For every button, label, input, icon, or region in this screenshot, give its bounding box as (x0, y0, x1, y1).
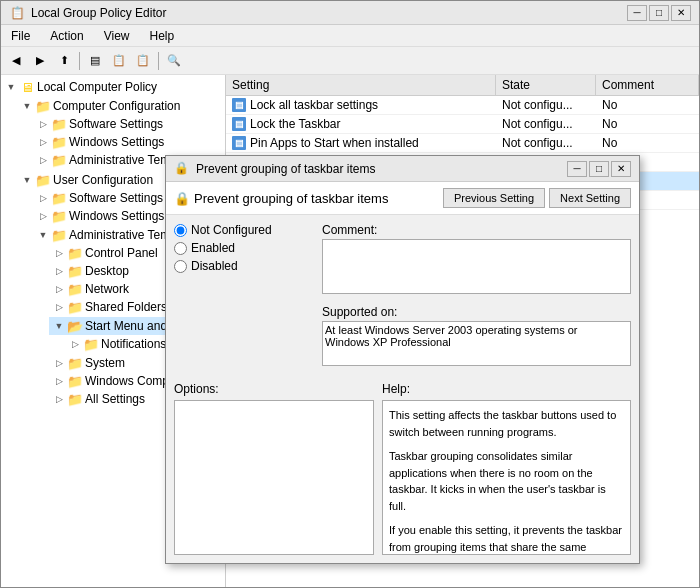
tree-label-network: Network (85, 282, 129, 296)
tree-row-windows-settings-cc[interactable]: ▷ 📁 Windows Settings (33, 133, 225, 151)
radio-disabled-input[interactable] (174, 260, 187, 273)
expand-wc[interactable]: ▷ (51, 373, 67, 389)
radio-not-configured[interactable]: Not Configured (174, 223, 314, 237)
radio-disabled[interactable]: Disabled (174, 259, 314, 273)
folder-icon-at-cc: 📁 (51, 152, 67, 168)
expand-network[interactable]: ▷ (51, 281, 67, 297)
title-bar-buttons: ─ □ ✕ (627, 5, 691, 21)
next-setting-button[interactable]: Next Setting (549, 188, 631, 208)
supported-on-label: Supported on: (322, 305, 631, 319)
tree-label-ws-cc: Windows Settings (69, 135, 164, 149)
options-label: Options: (174, 382, 374, 396)
state-cell-2: Not configu... (496, 134, 596, 152)
close-button[interactable]: ✕ (671, 5, 691, 21)
folder-icon-ws-uc: 📁 (51, 208, 67, 224)
table-row[interactable]: ▤ Lock the Taskbar Not configu... No (226, 115, 699, 134)
expand-start-menu[interactable]: ▼ (51, 318, 67, 334)
forward-button[interactable]: ▶ (29, 50, 51, 72)
tree-label-user-config: User Configuration (53, 173, 153, 187)
expand-sw-uc[interactable]: ▷ (35, 190, 51, 206)
col-header-setting[interactable]: Setting (226, 75, 496, 95)
expand-shared[interactable]: ▷ (51, 299, 67, 315)
tree-label-ws-uc: Windows Settings (69, 209, 164, 223)
toolbar-btn-3[interactable]: 📋 (132, 50, 154, 72)
maximize-button[interactable]: □ (649, 5, 669, 21)
toolbar: ◀ ▶ ⬆ ▤ 📋 📋 🔍 (1, 47, 699, 75)
folder-icon-root: 🖥 (19, 79, 35, 95)
setting-name-0: Lock all taskbar settings (250, 98, 378, 112)
folder-icon-at-uc: 📁 (51, 227, 67, 243)
dialog: 🔒 Prevent grouping of taskbar items ─ □ … (165, 155, 640, 564)
folder-icon-computer-config: 📁 (35, 98, 51, 114)
col-header-state[interactable]: State (496, 75, 596, 95)
radio-group: Not Configured Enabled Disabled (174, 223, 314, 273)
setting-cell: ▤ Pin Apps to Start when installed (226, 134, 496, 152)
expand-root[interactable]: ▼ (3, 79, 19, 95)
folder-icon-system: 📁 (67, 355, 83, 371)
menu-view[interactable]: View (98, 28, 136, 44)
expand-ws-uc[interactable]: ▷ (35, 208, 51, 224)
dialog-bottom: Options: Help: This setting affects the … (166, 382, 639, 563)
expand-user-config[interactable]: ▼ (19, 172, 35, 188)
dialog-header-title: 🔒 Prevent grouping of taskbar items (174, 191, 388, 206)
dialog-header-title-text: Prevent grouping of taskbar items (194, 191, 388, 206)
tree-row-software-settings-cc[interactable]: ▷ 📁 Software Settings (33, 115, 225, 133)
tree-label-computer-config: Computer Configuration (53, 99, 180, 113)
expand-system[interactable]: ▷ (51, 355, 67, 371)
dialog-maximize-button[interactable]: □ (589, 161, 609, 177)
expand-all[interactable]: ▷ (51, 391, 67, 407)
dialog-title-bar: 🔒 Prevent grouping of taskbar items ─ □ … (166, 156, 639, 182)
folder-icon-cp: 📁 (67, 245, 83, 261)
comment-cell-2: No (596, 134, 699, 152)
tree-label-sw-uc: Software Settings (69, 191, 163, 205)
setting-icon-2: ▤ (232, 136, 246, 150)
comment-input[interactable] (322, 239, 631, 294)
tree-label-cp: Control Panel (85, 246, 158, 260)
tree-label-desktop: Desktop (85, 264, 129, 278)
expand-desktop[interactable]: ▷ (51, 263, 67, 279)
back-button[interactable]: ◀ (5, 50, 27, 72)
radio-enabled[interactable]: Enabled (174, 241, 314, 255)
state-cell-1: Not configu... (496, 115, 596, 133)
previous-setting-button[interactable]: Previous Setting (443, 188, 545, 208)
expand-ws-cc[interactable]: ▷ (35, 134, 51, 150)
dialog-header: 🔒 Prevent grouping of taskbar items Prev… (166, 182, 639, 215)
window-title: Local Group Policy Editor (31, 6, 166, 20)
menu-file[interactable]: File (5, 28, 36, 44)
dialog-title-left: 🔒 Prevent grouping of taskbar items (174, 161, 375, 177)
dialog-close-button[interactable]: ✕ (611, 161, 631, 177)
filter-button[interactable]: 🔍 (163, 50, 185, 72)
expand-sw-cc[interactable]: ▷ (35, 116, 51, 132)
toolbar-btn-2[interactable]: 📋 (108, 50, 130, 72)
expand-computer-config[interactable]: ▼ (19, 98, 35, 114)
supported-on-section: Supported on: At least Windows Server 20… (322, 305, 631, 366)
expand-at-uc[interactable]: ▼ (35, 227, 51, 243)
radio-not-configured-input[interactable] (174, 224, 187, 237)
table-row[interactable]: ▤ Pin Apps to Start when installed Not c… (226, 134, 699, 153)
col-header-comment[interactable]: Comment (596, 75, 699, 95)
expand-at-cc[interactable]: ▷ (35, 152, 51, 168)
menu-action[interactable]: Action (44, 28, 89, 44)
dialog-title-icon: 🔒 (174, 161, 190, 177)
expand-notifications[interactable]: ▷ (67, 336, 83, 352)
menu-help[interactable]: Help (144, 28, 181, 44)
dialog-minimize-button[interactable]: ─ (567, 161, 587, 177)
tree-label-shared: Shared Folders (85, 300, 167, 314)
expand-cp[interactable]: ▷ (51, 245, 67, 261)
help-text: This setting affects the taskbar buttons… (382, 400, 631, 555)
setting-icon-0: ▤ (232, 98, 246, 112)
show-hide-button[interactable]: ▤ (84, 50, 106, 72)
setting-cell: ▤ Lock the Taskbar (226, 115, 496, 133)
minimize-button[interactable]: ─ (627, 5, 647, 21)
folder-icon-network: 📁 (67, 281, 83, 297)
up-button[interactable]: ⬆ (53, 50, 75, 72)
tree-label-notifications: Notifications (101, 337, 166, 351)
comment-cell-1: No (596, 115, 699, 133)
radio-not-configured-label: Not Configured (191, 223, 272, 237)
tree-row-computer-config[interactable]: ▼ 📁 Computer Configuration (17, 97, 225, 115)
setting-cell: ▤ Lock all taskbar settings (226, 96, 496, 114)
setting-name-2: Pin Apps to Start when installed (250, 136, 419, 150)
table-row[interactable]: ▤ Lock all taskbar settings Not configu.… (226, 96, 699, 115)
tree-row-local-computer-policy[interactable]: ▼ 🖥 Local Computer Policy (1, 78, 225, 96)
radio-enabled-input[interactable] (174, 242, 187, 255)
